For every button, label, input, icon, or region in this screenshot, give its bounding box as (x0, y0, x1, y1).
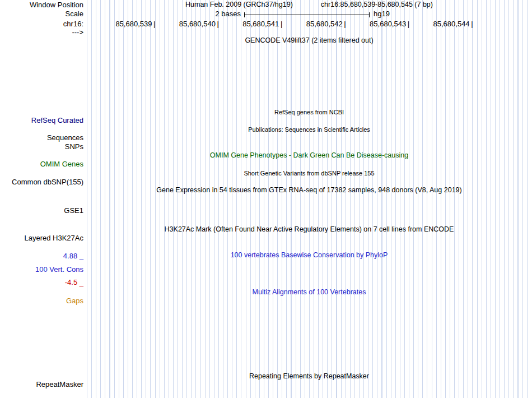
strand-direction-label: ---> (72, 29, 83, 36)
coordinate-label: 85,680,539 | (115, 20, 155, 27)
track-label-common-dbsnp[interactable]: Common dbSNP(155) (12, 178, 83, 186)
scale-genome-label: hg19 (374, 10, 390, 17)
track-labels-column: Window PositionScalechr16:--->RefSeq Cur… (0, 0, 85, 398)
gtex-track-title: Gene Expression in 54 tissues from GTEx … (87, 187, 531, 194)
coordinate-label: 85,680,542 | (306, 20, 346, 27)
coordinate-label: 85,680,543 | (370, 20, 409, 27)
publications-track-title: Publications: Sequences in Scientific Ar… (87, 126, 531, 133)
track-label-gtex-gse1[interactable]: GSE1 (64, 207, 83, 214)
conservation-min-label: -4.5 _ (65, 279, 83, 286)
repeatmasker-track-title: Repeating Elements by RepeatMasker (87, 373, 531, 380)
conservation-track-title: 100 vertebrates Basewise Conservation by… (87, 252, 531, 259)
omim-track-title: OMIM Gene Phenotypes - Dark Green Can Be… (87, 152, 531, 159)
position-title: chr16:85,680,539-85,680,545 (7 bp) (321, 1, 433, 8)
assembly-title: Human Feb. 2009 (GRCh37/hg19) (185, 1, 293, 8)
chromosome-label: chr16: (63, 20, 83, 27)
track-label-sequences[interactable]: Sequences (47, 134, 83, 141)
scale-bar (244, 12, 370, 17)
coordinate-label: 85,680,544 | (433, 20, 473, 27)
window-position-label: Window Position (30, 1, 83, 8)
track-area[interactable]: Human Feb. 2009 (GRCh37/hg19)chr16:85,68… (87, 0, 531, 398)
track-label-repeatmasker[interactable]: RepeatMasker (36, 381, 83, 388)
conservation-max-label: 4.88 _ (63, 252, 83, 260)
h3k27ac-track-title: H3K27Ac Mark (Often Found Near Active Re… (87, 226, 531, 233)
window-position-row: Human Feb. 2009 (GRCh37/hg19)chr16:85,68… (87, 1, 531, 8)
coordinate-label: 85,680,540 | (179, 20, 219, 27)
dbsnp-track-title: Short Genetic Variants from dbSNP releas… (87, 170, 531, 177)
ucsc-genome-browser: Window PositionScalechr16:--->RefSeq Cur… (0, 0, 532, 398)
track-label-omim-genes[interactable]: OMIM Genes (40, 160, 83, 168)
scale-value: 2 bases (215, 10, 241, 17)
refseq-track-title: RefSeq genes from NCBI (87, 109, 531, 116)
gencode-track-title: GENCODE V49lift37 (2 items filtered out) (87, 37, 531, 44)
gaps-row-label: Gaps (66, 297, 83, 304)
scale-label: Scale (65, 10, 83, 17)
multiz-track-title: Multiz Alignments of 100 Vertebrates (87, 289, 531, 296)
track-label-100-vert-cons[interactable]: 100 Vert. Cons (35, 266, 83, 273)
scale-bar-line (245, 15, 369, 15)
track-label-layered-h3k27ac[interactable]: Layered H3K27Ac (24, 234, 83, 242)
track-label-snps[interactable]: SNPs (65, 143, 83, 150)
coordinate-label: 85,680,541 | (242, 20, 282, 27)
track-label-refseq-curated[interactable]: RefSeq Curated (31, 117, 83, 124)
